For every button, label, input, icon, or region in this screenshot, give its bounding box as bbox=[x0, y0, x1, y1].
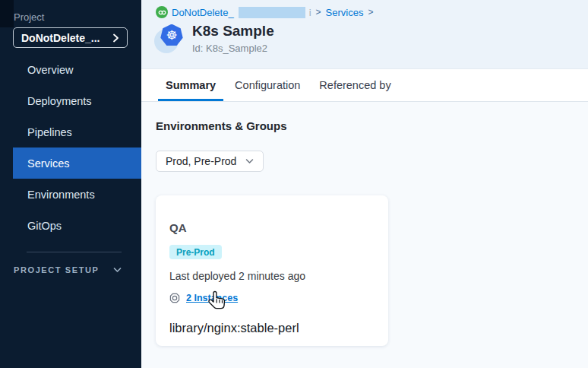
last-deployed-text: Last deployed 2 minutes ago bbox=[169, 270, 375, 282]
sidebar-item-gitops[interactable]: GitOps bbox=[13, 210, 141, 241]
tab-configuration[interactable]: Configuration bbox=[227, 69, 308, 101]
helm-wheel-glyph: ☸ bbox=[166, 29, 177, 42]
tab-referenced-by[interactable]: Referenced by bbox=[311, 69, 398, 101]
breadcrumb-services-link[interactable]: Services bbox=[326, 7, 364, 18]
sidebar-item-services[interactable]: Services bbox=[13, 148, 141, 179]
breadcrumb-redacted-suffix: i bbox=[309, 7, 311, 18]
infinity-icon bbox=[158, 10, 166, 15]
instances-link[interactable]: 2 Instances bbox=[186, 293, 238, 303]
service-title-block: K8s Sample Id: K8s_Sample2 bbox=[192, 23, 274, 54]
sidebar-corner-block bbox=[0, 0, 14, 27]
breadcrumb-separator: > bbox=[315, 7, 322, 17]
breadcrumb-project-link[interactable]: DoNotDelete_ bbox=[172, 7, 234, 18]
sidebar-item-label: GitOps bbox=[27, 220, 62, 232]
service-id: Id: K8s_Sample2 bbox=[192, 43, 274, 54]
project-selector-dropdown[interactable]: DoNotDelete_... bbox=[13, 27, 128, 48]
instances-icon bbox=[169, 293, 180, 303]
sidebar-nav: Overview Deployments Pipelines Services … bbox=[0, 54, 141, 241]
project-label: Project bbox=[0, 0, 141, 23]
summary-content: Environments & Groups Prod, Pre-Prod QA … bbox=[141, 102, 588, 368]
instances-row: 2 Instances bbox=[169, 293, 375, 303]
sidebar-item-overview[interactable]: Overview bbox=[13, 54, 141, 85]
tab-summary[interactable]: Summary bbox=[158, 69, 223, 101]
section-title: Environments & Groups bbox=[156, 119, 588, 132]
sidebar-divider bbox=[27, 252, 122, 252]
chevron-down-icon bbox=[113, 267, 122, 273]
project-setup-toggle[interactable]: PROJECT SETUP bbox=[0, 262, 122, 278]
project-selector-value: DoNotDelete_... bbox=[21, 32, 100, 44]
kubernetes-icon: ☸ bbox=[154, 24, 183, 53]
environment-filter-dropdown[interactable]: Prod, Pre-Prod bbox=[156, 151, 264, 172]
environment-name: QA bbox=[169, 221, 375, 234]
sidebar-item-deployments[interactable]: Deployments bbox=[13, 85, 141, 116]
environment-filter-value: Prod, Pre-Prod bbox=[166, 155, 236, 167]
text-selection-highlight bbox=[239, 7, 305, 18]
sidebar-item-label: Environments bbox=[27, 189, 95, 201]
environment-card-qa: QA Pre-Prod Last deployed 2 minutes ago … bbox=[156, 195, 388, 346]
breadcrumb: DoNotDelete_ i > Services > bbox=[141, 0, 588, 18]
main-panel: DoNotDelete_ i > Services > ☸ K8s Sample… bbox=[141, 0, 588, 368]
artifact-name: library/nginx:stable-perl bbox=[169, 321, 375, 335]
sidebar-item-label: Deployments bbox=[27, 95, 92, 107]
project-setup-label: PROJECT SETUP bbox=[14, 265, 100, 274]
sidebar-item-label: Services bbox=[27, 157, 70, 170]
breadcrumb-separator: > bbox=[367, 7, 374, 17]
tabs-bar: Summary Configuration Referenced by bbox=[141, 69, 588, 102]
sidebar-item-environments[interactable]: Environments bbox=[13, 179, 141, 210]
app-window: Project DoNotDelete_... Overview Deploym… bbox=[0, 0, 588, 368]
sidebar: Project DoNotDelete_... Overview Deploym… bbox=[0, 0, 141, 368]
service-header: ☸ K8s Sample Id: K8s_Sample2 bbox=[154, 23, 588, 54]
sidebar-item-label: Pipelines bbox=[27, 126, 72, 138]
page-title: K8s Sample bbox=[192, 23, 274, 40]
chevron-down-icon bbox=[245, 158, 254, 164]
chevron-right-icon bbox=[112, 33, 119, 43]
page-header: DoNotDelete_ i > Services > ☸ K8s Sample… bbox=[141, 0, 588, 69]
sidebar-item-label: Overview bbox=[27, 64, 73, 76]
environment-type-badge: Pre-Prod bbox=[169, 245, 222, 259]
sidebar-item-pipelines[interactable]: Pipelines bbox=[13, 116, 141, 148]
project-icon bbox=[156, 6, 168, 18]
